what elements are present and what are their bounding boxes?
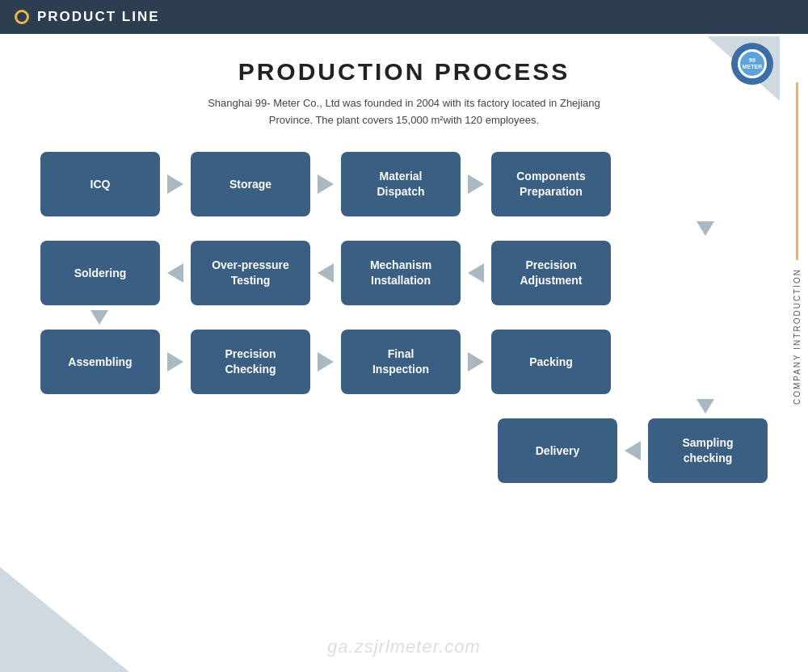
vert-arrow-area-1 xyxy=(40,216,768,241)
arrow-left-4 xyxy=(617,441,648,460)
bottom-left-decoration xyxy=(0,567,129,672)
subtitle-line1: Shanghai 99- Meter Co., Ltd was founded … xyxy=(208,97,600,109)
process-box-components-prep: Components Preparation xyxy=(491,152,611,216)
vert-arrow-2 xyxy=(90,310,108,325)
process-box-icq: ICQ xyxy=(40,152,160,216)
process-box-soldering: Soldering xyxy=(40,241,160,305)
subtitle-line2: Province. The plant covers 15,000 m²with… xyxy=(269,114,539,126)
process-box-delivery: Delivery xyxy=(498,418,617,483)
process-box-assembling: Assembling xyxy=(40,330,160,394)
arrow-left-3 xyxy=(461,263,491,283)
arrow-right-4 xyxy=(160,352,191,372)
process-box-material-dispatch: Material Dispatch xyxy=(341,152,461,216)
process-box-overpressure: Over-pressure Testing xyxy=(191,241,310,305)
process-box-precision-check: Precision Checking xyxy=(191,330,310,394)
arrow-right-6 xyxy=(461,352,491,372)
header-title: PRODUCT LINE xyxy=(37,9,160,25)
arrow-right-5 xyxy=(310,352,341,372)
header-circle-icon xyxy=(15,10,29,24)
process-box-storage: Storage xyxy=(191,152,310,216)
process-row-4: Delivery Sampling checking xyxy=(40,418,768,483)
process-row-3: Assembling Precision Checking Final Insp… xyxy=(40,330,768,394)
arrow-right-1 xyxy=(160,174,191,194)
process-box-final-inspection: Final Inspection xyxy=(341,330,461,394)
arrow-left-2 xyxy=(310,263,341,283)
process-box-sampling: Sampling checking xyxy=(648,418,768,483)
page-title: PRODUCTION PROCESS xyxy=(32,58,776,86)
process-row-1: ICQ Storage Material Dispatch Components… xyxy=(40,152,768,216)
process-row-2: Soldering Over-pressure Testing Mechanis… xyxy=(40,241,768,305)
vert-arrow-3 xyxy=(696,399,714,414)
header-bar: PRODUCT LINE xyxy=(0,0,808,34)
vert-arrow-1 xyxy=(696,221,714,236)
arrow-left-1 xyxy=(160,263,191,283)
process-box-mechanism: Mechanism Installation xyxy=(341,241,461,305)
main-content: PRODUCTION PROCESS Shanghai 99- Meter Co… xyxy=(0,34,808,499)
process-box-packing: Packing xyxy=(491,330,611,394)
arrow-right-2 xyxy=(310,174,341,194)
page-subtitle: Shanghai 99- Meter Co., Ltd was founded … xyxy=(32,95,776,129)
vert-arrow-area-2 xyxy=(40,305,768,330)
vert-arrow-area-3 xyxy=(40,394,768,418)
process-box-precision-adj: Precision Adjustment xyxy=(491,241,611,305)
arrow-right-3 xyxy=(461,174,491,194)
process-flow: ICQ Storage Material Dispatch Components… xyxy=(32,152,776,483)
